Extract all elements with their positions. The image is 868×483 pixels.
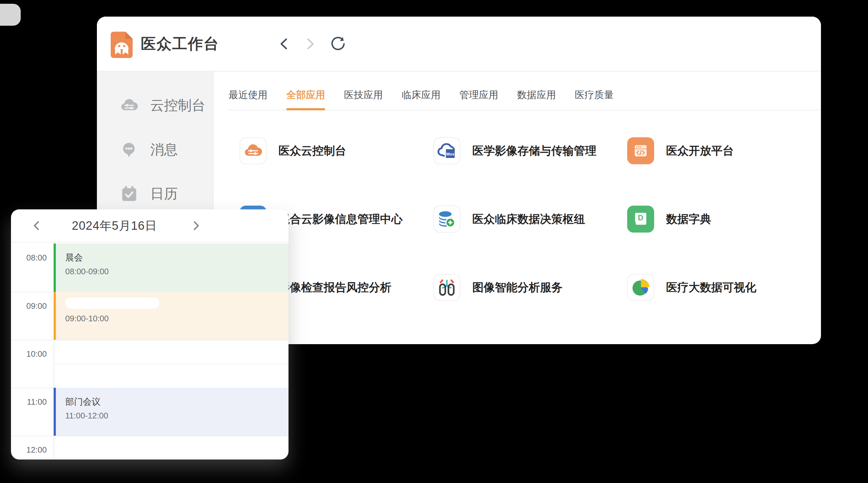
tab-recent[interactable]: 最近使用 (228, 88, 268, 110)
window-title: 医众工作台 (141, 17, 219, 71)
calendar-event-morning-meeting[interactable]: 晨会 08:00-09:00 (54, 244, 288, 292)
cloud-mos-icon: Mos (433, 137, 460, 164)
app-label: 数据字典 (666, 212, 711, 227)
event-time: 08:00-09:00 (65, 267, 288, 277)
tab-data-apps[interactable]: 数据应用 (517, 88, 556, 110)
background-window-corner (0, 4, 21, 26)
calendar-event-department-meeting[interactable]: 部门会议 11:00-12:00 (54, 388, 288, 436)
calendar-body: 08:00 09:00 10:00 11:00 12:00 晨会 08:00-0… (11, 243, 288, 459)
data-dictionary-book-icon: D (627, 205, 654, 232)
tab-medical-quality[interactable]: 医疗质量 (575, 88, 614, 110)
refresh-button[interactable] (330, 17, 346, 71)
redacted-event-title (65, 297, 159, 309)
sidebar-item-label: 消息 (150, 140, 178, 159)
hour-gridline (11, 436, 288, 436)
calendar-panel: 2024年5月16日 08:00 09:00 10:00 11:00 12:00… (11, 210, 288, 459)
time-label: 08:00 (11, 253, 47, 263)
app-item[interactable]: D 数据字典 (627, 205, 821, 232)
svg-text:Mos: Mos (446, 152, 454, 156)
app-item[interactable]: Mos 医学影像存储与传输管理 (433, 137, 627, 164)
calendar-date: 2024年5月16日 (44, 210, 185, 242)
tab-all-apps[interactable]: 全部应用 (286, 88, 325, 110)
app-label: 医众云控制台 (278, 143, 346, 159)
app-label: 影像检查报告风控分析 (278, 280, 391, 295)
app-item[interactable]: 医疗大数据可视化 (627, 274, 821, 301)
app-label: 图像智能分析服务 (472, 280, 563, 295)
app-label: 医众临床数据决策枢纽 (472, 212, 585, 227)
app-label: 医疗大数据可视化 (666, 280, 756, 295)
back-button[interactable] (278, 17, 289, 71)
cloud-settings-icon (120, 96, 138, 115)
app-label: 医学影像存储与传输管理 (472, 143, 596, 159)
app-item[interactable]: 医众云控制台 (240, 137, 433, 164)
tab-bar: 最近使用 全部应用 医技应用 临床应用 管理应用 数据应用 医疗质量 (228, 71, 821, 110)
app-logo-icon (111, 32, 133, 58)
app-grid: 医众云控制台 Mos 医学影像存储与传输管理 (240, 137, 821, 301)
lungs-ai-icon (433, 274, 460, 301)
sidebar-item-label: 日历 (150, 185, 178, 203)
calendar-next-day-button[interactable] (192, 210, 200, 242)
time-label: 10:00 (11, 349, 47, 359)
app-item[interactable]: 医众开放平台 (627, 137, 821, 164)
clinical-database-icon (433, 205, 460, 232)
window-header: 医众工作台 (97, 17, 821, 71)
hour-gridline (11, 340, 288, 341)
svg-text:D: D (638, 214, 643, 222)
screen: 医众工作台 (0, 0, 868, 483)
app-item[interactable]: 图像智能分析服务 (433, 274, 627, 301)
calendar-header: 2024年5月16日 (11, 210, 288, 243)
time-label: 09:00 (11, 301, 47, 311)
orange-cloud-sliders-icon (240, 137, 267, 164)
half-hour-gridline (54, 363, 288, 364)
pie-chart-icon (627, 274, 654, 301)
event-title: 部门会议 (65, 396, 288, 408)
sidebar-item-label: 云控制台 (150, 96, 206, 115)
sidebar-item-messages[interactable]: 消息 (97, 134, 213, 165)
app-item[interactable]: 医众临床数据决策枢纽 (433, 205, 627, 232)
calendar-prev-day-button[interactable] (32, 210, 40, 242)
tab-clinical-apps[interactable]: 临床应用 (402, 88, 441, 110)
sidebar-item-calendar[interactable]: 日历 (97, 179, 213, 209)
tab-medtech-apps[interactable]: 医技应用 (344, 88, 383, 110)
time-label: 11:00 (11, 397, 47, 407)
tab-management-apps[interactable]: 管理应用 (459, 88, 498, 110)
event-time: 09:00-10:00 (65, 314, 288, 323)
calendar-icon (120, 185, 138, 203)
app-label: 混合云影像信息管理中心 (278, 212, 403, 227)
open-platform-code-icon (627, 137, 654, 164)
main-content: 最近使用 全部应用 医技应用 临床应用 管理应用 数据应用 医疗质量 (214, 71, 821, 344)
sidebar-item-cloud-console[interactable]: 云控制台 (97, 90, 213, 120)
event-title: 晨会 (65, 252, 288, 264)
message-icon (120, 140, 138, 159)
time-label: 12:00 (11, 445, 47, 455)
forward-button[interactable] (305, 17, 316, 71)
calendar-event-redacted[interactable]: 09:00-10:00 (54, 292, 288, 340)
app-label: 医众开放平台 (666, 143, 734, 159)
event-time: 11:00-12:00 (65, 411, 288, 421)
